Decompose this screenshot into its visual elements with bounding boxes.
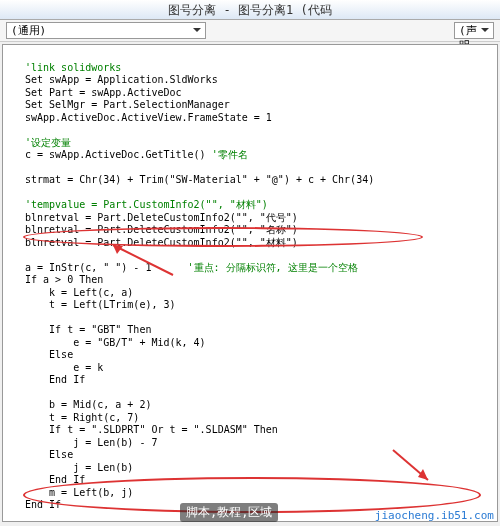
toolbar: (通用) (声明 [0,20,500,42]
code-editor[interactable]: 'link solidworks Set swApp = Application… [2,44,498,522]
watermark-center: 脚本,教程,区域 [180,503,278,522]
window-title: 图号分离 - 图号分离1 (代码 [0,0,500,20]
scope-dropdown[interactable]: (通用) [6,22,206,39]
proc-dropdown[interactable]: (声明 [454,22,494,39]
code-content: 'link solidworks Set swApp = Application… [25,49,495,522]
watermark-right: jiaocheng.ib51.com [375,509,494,522]
